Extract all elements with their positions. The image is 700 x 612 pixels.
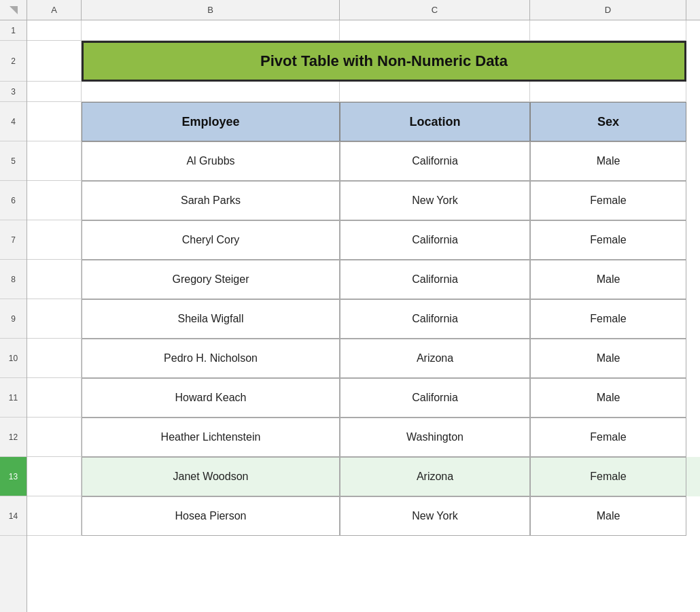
cell-sex-1[interactable]: Female <box>530 181 686 220</box>
row-num-6[interactable]: 6 <box>0 181 27 220</box>
row-num-5[interactable]: 5 <box>0 141 27 181</box>
cell-employee-4[interactable]: Sheila Wigfall <box>82 299 340 339</box>
cell-sex-6[interactable]: Male <box>530 378 686 418</box>
cell-a6[interactable] <box>27 181 82 220</box>
row-num-8[interactable]: 8 <box>0 260 27 299</box>
data-row-12: Heather Lichtenstein Washington Female <box>27 418 700 457</box>
cell-employee-1[interactable]: Sarah Parks <box>82 181 340 220</box>
sheet-body: 1 2 3 4 5 6 7 8 9 10 11 12 13 14 <box>0 20 700 612</box>
cell-a7[interactable] <box>27 220 82 260</box>
cell-location-1[interactable]: New York <box>340 181 530 220</box>
cell-sex-7[interactable]: Female <box>530 418 686 457</box>
col-header-c[interactable]: C <box>340 0 530 20</box>
header-sex[interactable]: Sex <box>530 102 686 141</box>
sheet-grid: Pivot Table with Non-Numeric Data Employ… <box>27 20 700 612</box>
cell-location-4[interactable]: California <box>340 299 530 339</box>
cell-a2[interactable] <box>27 41 82 82</box>
cell-a12[interactable] <box>27 418 82 457</box>
cell-a8[interactable] <box>27 260 82 299</box>
cell-a3[interactable] <box>27 82 82 102</box>
cell-c3[interactable] <box>340 82 530 102</box>
cell-a11[interactable] <box>27 378 82 418</box>
row-num-10[interactable]: 10 <box>0 339 27 378</box>
cell-employee-8[interactable]: Janet Woodson <box>82 457 340 496</box>
data-row-14: Hosea Pierson New York Male <box>27 496 700 536</box>
row-3 <box>27 82 700 102</box>
cell-employee-6[interactable]: Howard Keach <box>82 378 340 418</box>
title-cell[interactable]: Pivot Table with Non-Numeric Data <box>82 41 686 82</box>
cell-a13[interactable] <box>27 457 82 496</box>
row-num-4[interactable]: 4 <box>0 102 27 141</box>
data-row-6: Sarah Parks New York Female <box>27 181 700 220</box>
cell-a1[interactable] <box>27 20 82 41</box>
row-num-9[interactable]: 9 <box>0 299 27 339</box>
row-2: Pivot Table with Non-Numeric Data <box>27 41 700 82</box>
cell-sex-2[interactable]: Female <box>530 220 686 260</box>
cell-a9[interactable] <box>27 299 82 339</box>
cell-employee-5[interactable]: Pedro H. Nicholson <box>82 339 340 378</box>
data-row-9: Sheila Wigfall California Female <box>27 299 700 339</box>
cell-d1[interactable] <box>530 20 686 41</box>
cell-location-2[interactable]: California <box>340 220 530 260</box>
cell-sex-0[interactable]: Male <box>530 141 686 181</box>
cell-location-7[interactable]: Washington <box>340 418 530 457</box>
cell-a14[interactable] <box>27 496 82 536</box>
col-header-d[interactable]: D <box>530 0 686 20</box>
header-employee[interactable]: Employee <box>82 102 340 141</box>
cell-sex-3[interactable]: Male <box>530 260 686 299</box>
row-num-12[interactable]: 12 <box>0 418 27 457</box>
row-num-2[interactable]: 2 <box>0 41 27 82</box>
cell-c1[interactable] <box>340 20 530 41</box>
cell-sex-5[interactable]: Male <box>530 339 686 378</box>
data-row-8: Gregory Steiger California Male <box>27 260 700 299</box>
row-numbers: 1 2 3 4 5 6 7 8 9 10 11 12 13 14 <box>0 20 27 612</box>
row-num-11[interactable]: 11 <box>0 378 27 418</box>
cell-a4[interactable] <box>27 102 82 141</box>
cell-employee-2[interactable]: Cheryl Cory <box>82 220 340 260</box>
cell-a5[interactable] <box>27 141 82 181</box>
cell-location-5[interactable]: Arizona <box>340 339 530 378</box>
cell-sex-8[interactable]: Female <box>530 457 686 496</box>
cell-employee-9[interactable]: Hosea Pierson <box>82 496 340 536</box>
header-location[interactable]: Location <box>340 102 530 141</box>
row-num-3[interactable]: 3 <box>0 82 27 102</box>
data-row-10: Pedro H. Nicholson Arizona Male <box>27 339 700 378</box>
cell-sex-9[interactable]: Male <box>530 496 686 536</box>
column-headers: A B C D <box>0 0 700 20</box>
col-header-b[interactable]: B <box>82 0 340 20</box>
cell-location-6[interactable]: California <box>340 378 530 418</box>
cell-b1[interactable] <box>82 20 340 41</box>
cell-employee-0[interactable]: Al Grubbs <box>82 141 340 181</box>
header-row: Employee Location Sex <box>27 102 700 141</box>
cell-location-9[interactable]: New York <box>340 496 530 536</box>
spreadsheet: A B C D 1 2 3 4 5 6 7 8 9 10 11 12 13 14 <box>0 0 700 612</box>
data-row-5: Al Grubbs California Male <box>27 141 700 181</box>
corner-cell <box>0 0 27 20</box>
data-row-11: Howard Keach California Male <box>27 378 700 418</box>
data-row-7: Cheryl Cory California Female <box>27 220 700 260</box>
row-num-13[interactable]: 13 <box>0 457 27 496</box>
col-header-a[interactable]: A <box>27 0 82 20</box>
cell-location-3[interactable]: California <box>340 260 530 299</box>
cell-employee-7[interactable]: Heather Lichtenstein <box>82 418 340 457</box>
cell-sex-4[interactable]: Female <box>530 299 686 339</box>
cell-location-8[interactable]: Arizona <box>340 457 530 496</box>
row-num-1[interactable]: 1 <box>0 20 27 41</box>
cell-location-0[interactable]: California <box>340 141 530 181</box>
row-num-14[interactable]: 14 <box>0 496 27 536</box>
data-row-13: Janet Woodson Arizona Female <box>27 457 700 496</box>
cell-a10[interactable] <box>27 339 82 378</box>
row-1 <box>27 20 700 41</box>
cell-b3[interactable] <box>82 82 340 102</box>
cell-employee-3[interactable]: Gregory Steiger <box>82 260 340 299</box>
cell-d3[interactable] <box>530 82 686 102</box>
row-num-7[interactable]: 7 <box>0 220 27 260</box>
